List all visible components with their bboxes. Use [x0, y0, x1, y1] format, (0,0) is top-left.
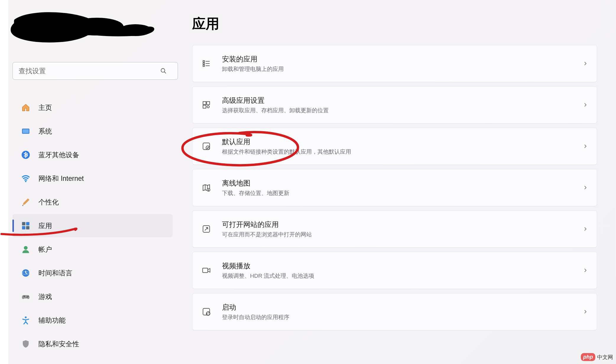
card-title: 默认应用 — [222, 137, 583, 147]
watermark-cn: 中文网 — [597, 354, 613, 361]
svg-rect-27 — [203, 105, 206, 108]
svg-line-4 — [164, 72, 166, 74]
nav-label: 应用 — [38, 221, 52, 230]
svg-rect-6 — [23, 129, 29, 133]
card-video-playback[interactable]: 视频播放 视频调整、HDR 流式处理、电池选项 — [192, 252, 597, 289]
nav-label: 隐私和安全性 — [38, 339, 79, 349]
svg-point-3 — [161, 69, 165, 72]
nav-apps[interactable]: 应用 — [12, 214, 173, 237]
svg-point-13 — [24, 246, 28, 250]
nav-label: 游戏 — [38, 292, 52, 301]
system-icon — [21, 127, 30, 136]
card-default-apps[interactable]: 默认应用 根据文件和链接种类设置的默认应用，其他默认应用 — [192, 128, 597, 165]
card-startup[interactable]: 启动 登录时自动启动的应用程序 — [192, 293, 597, 330]
card-text: 默认应用 根据文件和链接种类设置的默认应用，其他默认应用 — [222, 137, 583, 156]
nav-time-language[interactable]: 时间和语言 — [12, 261, 173, 285]
nav-label: 网络和 Internet — [38, 174, 84, 183]
window-edge — [0, 0, 8, 364]
nav-accounts[interactable]: 帐户 — [12, 238, 173, 261]
chevron-right-icon — [583, 185, 588, 190]
settings-cards: 安装的应用 卸载和管理电脑上的应用 高级应用设置 选择获取应用、存档应用、卸载更… — [192, 45, 597, 330]
card-text: 安装的应用 卸载和管理电脑上的应用 — [222, 54, 583, 73]
svg-rect-25 — [203, 102, 206, 105]
svg-point-1 — [70, 18, 124, 35]
advanced-settings-icon — [201, 100, 211, 110]
card-title: 离线地图 — [222, 178, 583, 188]
page-title: 应用 — [192, 15, 597, 33]
search-input[interactable] — [12, 62, 178, 80]
startup-icon — [201, 307, 211, 317]
chevron-right-icon — [583, 309, 588, 314]
nav-system[interactable]: 系统 — [12, 120, 173, 143]
nav-label: 系统 — [38, 127, 52, 136]
nav-gaming[interactable]: 游戏 — [12, 285, 173, 308]
svg-point-2 — [119, 24, 152, 36]
svg-point-17 — [27, 296, 29, 297]
watermark: php 中文网 — [581, 353, 613, 361]
chevron-right-icon — [583, 144, 588, 149]
svg-rect-11 — [22, 226, 25, 229]
card-title: 安装的应用 — [222, 54, 583, 64]
nav-home[interactable]: 主页 — [12, 96, 173, 119]
svg-point-0 — [13, 15, 93, 41]
websites-icon — [201, 224, 211, 234]
search-container — [12, 62, 173, 80]
sidebar: 主页 系统 蓝牙其他设备 网络和 Internet 个性化 — [8, 0, 177, 364]
network-icon — [21, 174, 30, 183]
card-advanced-app-settings[interactable]: 高级应用设置 选择获取应用、存档应用、卸载更新的位置 — [192, 86, 597, 124]
svg-rect-10 — [26, 222, 29, 225]
svg-point-16 — [27, 296, 28, 298]
card-text: 视频播放 视频调整、HDR 流式处理、电池选项 — [222, 261, 583, 280]
nav-label: 蓝牙其他设备 — [38, 150, 79, 160]
home-icon — [21, 103, 30, 112]
svg-point-8 — [25, 181, 27, 182]
chevron-right-icon — [583, 102, 588, 108]
card-text: 离线地图 下载、存储位置、地图更新 — [222, 178, 583, 197]
card-desc: 根据文件和链接种类设置的默认应用，其他默认应用 — [222, 148, 583, 156]
nav-label: 帐户 — [38, 245, 52, 254]
nav-network[interactable]: 网络和 Internet — [12, 167, 173, 190]
nav-bluetooth[interactable]: 蓝牙其他设备 — [12, 143, 173, 166]
card-desc: 选择获取应用、存档应用、卸载更新的位置 — [222, 107, 583, 114]
svg-rect-12 — [26, 226, 29, 229]
nav-privacy[interactable]: 隐私和安全性 — [12, 332, 173, 355]
card-desc: 下载、存储位置、地图更新 — [222, 189, 583, 197]
nav-accessibility[interactable]: 辅助功能 — [12, 309, 173, 332]
nav-label: 个性化 — [38, 198, 59, 207]
redaction-scribble — [8, 9, 156, 44]
nav-personalization[interactable]: 个性化 — [12, 191, 173, 214]
nav-label: 辅助功能 — [38, 316, 66, 325]
gaming-icon — [21, 292, 30, 301]
search-icon — [160, 68, 167, 74]
card-title: 启动 — [222, 303, 583, 312]
privacy-icon — [21, 339, 30, 348]
chevron-right-icon — [583, 61, 588, 66]
svg-rect-20 — [203, 63, 205, 64]
video-icon — [201, 265, 211, 275]
card-installed-apps[interactable]: 安装的应用 卸载和管理电脑上的应用 — [192, 45, 597, 82]
accounts-icon — [21, 245, 30, 254]
watermark-php: php — [581, 353, 595, 361]
bluetooth-icon — [21, 150, 30, 159]
card-desc: 视频调整、HDR 流式处理、电池选项 — [222, 272, 583, 280]
apps-icon — [21, 221, 30, 230]
card-desc: 登录时自动启动的应用程序 — [222, 313, 583, 321]
card-apps-for-websites[interactable]: 可打开网站的应用 可在应用而不是浏览器中打开的网站 — [192, 210, 597, 248]
installed-apps-icon — [201, 58, 211, 69]
time-icon — [21, 269, 30, 277]
card-title: 可打开网站的应用 — [222, 220, 583, 229]
nav-label: 主页 — [38, 103, 52, 112]
card-desc: 卸载和管理电脑上的应用 — [222, 65, 583, 73]
svg-rect-19 — [203, 61, 205, 62]
nav-list: 主页 系统 蓝牙其他设备 网络和 Internet 个性化 — [8, 96, 177, 355]
card-text: 可打开网站的应用 可在应用而不是浏览器中打开的网站 — [222, 220, 583, 238]
svg-rect-21 — [203, 65, 205, 66]
svg-point-18 — [25, 316, 27, 318]
card-offline-maps[interactable]: 离线地图 下载、存储位置、地图更新 — [192, 169, 597, 206]
card-text: 启动 登录时自动启动的应用程序 — [222, 303, 583, 321]
svg-rect-26 — [207, 102, 210, 105]
chevron-right-icon — [583, 268, 588, 273]
card-text: 高级应用设置 选择获取应用、存档应用、卸载更新的位置 — [222, 96, 583, 114]
svg-rect-9 — [22, 222, 25, 225]
card-desc: 可在应用而不是浏览器中打开的网站 — [222, 231, 583, 238]
